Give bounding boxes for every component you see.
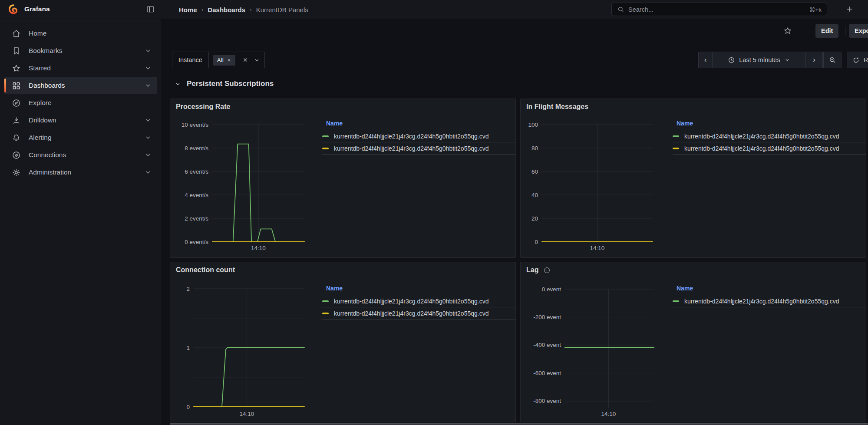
instance-filter: Instance All xyxy=(172,52,265,68)
search-shortcut: ⌘+k xyxy=(809,6,822,13)
legend: Name kurrentdb-d24f4hljjcle21j4r3cg.d24f… xyxy=(673,285,866,307)
svg-text:-200 event: -200 event xyxy=(533,314,561,320)
time-series-chart[interactable]: 10080604020014:10 xyxy=(526,116,656,255)
remove-value-icon[interactable] xyxy=(227,58,231,63)
bookmark-icon xyxy=(12,46,21,56)
sidebar-item-drilldown[interactable]: Drilldown xyxy=(4,112,157,129)
panel-title: Processing Rate xyxy=(176,103,230,111)
series-color-swatch xyxy=(673,300,679,302)
chevron-down-icon xyxy=(175,81,181,87)
chevron-down-icon xyxy=(145,169,152,176)
series-name: kurrentdb-d24f4hljjcle21j4r3cg.d24f4h5g0… xyxy=(684,133,839,140)
sidebar-item-starred[interactable]: Starred xyxy=(4,59,157,77)
search-input[interactable]: Search... ⌘+k xyxy=(611,3,827,16)
svg-text:100: 100 xyxy=(528,122,538,128)
grafana-logo[interactable] xyxy=(8,4,19,15)
panel-header[interactable]: Connection count xyxy=(176,266,235,274)
svg-text:-800 event: -800 event xyxy=(533,398,561,404)
legend-item[interactable]: kurrentdb-d24f4hljjcle21j4r3cg.d24f4h5g0… xyxy=(673,142,866,154)
dock-sidebar-icon[interactable] xyxy=(146,5,155,14)
filter-value-chip[interactable]: All xyxy=(213,55,235,66)
filter-dropdown-icon[interactable] xyxy=(254,57,260,63)
time-series-chart[interactable]: 10 event/s8 event/s6 event/s4 event/s2 e… xyxy=(175,116,306,255)
sidebar-item-dashboards[interactable]: Dashboards xyxy=(4,77,157,94)
series-color-swatch xyxy=(322,135,329,137)
sidebar-item-bookmarks[interactable]: Bookmarks xyxy=(4,42,157,59)
sidebar-item-label: Explore xyxy=(29,99,52,107)
legend: Name kurrentdb-d24f4hljjcle21j4r3cg.d24f… xyxy=(673,120,866,155)
sidebar-item-alerting[interactable]: Alerting xyxy=(4,129,157,146)
brand-title: Grafana xyxy=(24,5,50,13)
legend-item[interactable]: kurrentdb-d24f4hljjcle21j4r3cg.d24f4h5g0… xyxy=(673,295,866,307)
breadcrumb: Home›Dashboards›KurrentDB Panels xyxy=(179,0,308,19)
horizontal-scroll-indicator[interactable] xyxy=(170,423,868,425)
chevron-down-icon xyxy=(145,117,152,124)
plug-icon xyxy=(12,151,21,160)
panel-processing-rate: Processing Rate 10 event/s8 event/s6 eve… xyxy=(170,99,516,258)
zoom-out-button[interactable] xyxy=(823,52,842,68)
panel-title: In Flight Messages xyxy=(526,103,588,111)
drilldown-icon xyxy=(12,116,21,125)
series-color-swatch xyxy=(322,300,329,302)
add-icon[interactable] xyxy=(845,5,854,13)
clear-filter-icon[interactable] xyxy=(242,57,248,63)
svg-text:0 event/s: 0 event/s xyxy=(185,239,208,245)
apps-icon xyxy=(12,81,21,90)
legend-name-header[interactable]: Name xyxy=(673,285,866,295)
svg-text:6 event/s: 6 event/s xyxy=(185,168,208,175)
svg-text:0 event: 0 event xyxy=(542,286,561,293)
star-icon xyxy=(12,64,21,73)
time-series-chart[interactable]: 0 event-200 event-400 event-600 event-80… xyxy=(526,280,656,422)
refresh-button[interactable]: Refresh xyxy=(847,52,868,68)
legend: Name kurrentdb-d24f4hljjcle21j4r3cg.d24f… xyxy=(322,120,516,155)
legend-item[interactable]: kurrentdb-d24f4hljjcle21j4r3cg.d24f4h5g0… xyxy=(322,130,516,142)
sidebar-item-label: Connections xyxy=(29,151,66,159)
time-range-forward-button[interactable]: › xyxy=(805,52,823,68)
series-name: kurrentdb-d24f4hljjcle21j4r3cg.d24f4h5g0… xyxy=(334,133,488,140)
chart-svg: 10080604020014:10 xyxy=(526,116,656,255)
panel-header[interactable]: Lag xyxy=(526,266,551,274)
time-series-chart[interactable]: 21014:10 xyxy=(175,280,306,422)
legend-name-header[interactable]: Name xyxy=(673,120,866,130)
star-dashboard-icon[interactable] xyxy=(783,26,792,35)
sidebar-item-connections[interactable]: Connections xyxy=(4,146,157,164)
panel-header[interactable]: In Flight Messages xyxy=(526,103,588,111)
time-range-back-button[interactable]: ‹ xyxy=(698,52,713,68)
toolbar-divider xyxy=(804,26,804,36)
svg-text:14:10: 14:10 xyxy=(251,245,266,251)
series-name: kurrentdb-d24f4hljjcle21j4r3cg.d24f4h5g0… xyxy=(334,298,488,305)
legend-item[interactable]: kurrentdb-d24f4hljjcle21j4r3cg.d24f4h5g0… xyxy=(673,130,866,142)
legend-item[interactable]: kurrentdb-d24f4hljjcle21j4r3cg.d24f4h5g0… xyxy=(322,307,516,319)
svg-text:60: 60 xyxy=(531,168,538,175)
svg-text:2 event/s: 2 event/s xyxy=(185,215,208,222)
panel-header[interactable]: Processing Rate xyxy=(176,103,230,111)
svg-text:14:10: 14:10 xyxy=(601,411,616,417)
sidebar-item-home[interactable]: Home xyxy=(4,25,157,42)
compass-icon xyxy=(12,99,21,108)
refresh-label: Refresh xyxy=(864,56,868,63)
svg-text:4 event/s: 4 event/s xyxy=(185,192,208,198)
sidebar-item-administration[interactable]: Administration xyxy=(4,164,157,181)
sidebar-item-explore[interactable]: Explore xyxy=(4,94,157,112)
panel-in-flight-messages: In Flight Messages 10080604020014:10 Nam… xyxy=(520,99,866,258)
svg-text:1: 1 xyxy=(186,345,190,351)
svg-text:20: 20 xyxy=(531,215,538,222)
legend-name-header[interactable]: Name xyxy=(322,120,516,130)
time-range-picker[interactable]: Last 5 minutes xyxy=(712,52,806,68)
row-persistent-subscriptions[interactable]: Persistent Subscriptions xyxy=(175,79,274,88)
legend-item[interactable]: kurrentdb-d24f4hljjcle21j4r3cg.d24f4h5g0… xyxy=(322,142,516,154)
edit-button[interactable]: Edit xyxy=(815,24,838,38)
info-icon[interactable] xyxy=(543,267,551,274)
panel-title: Connection count xyxy=(176,266,235,274)
breadcrumb-dashboards[interactable]: Dashboards xyxy=(208,6,245,13)
export-button[interactable]: Export xyxy=(849,24,868,38)
series-name: kurrentdb-d24f4hljjcle21j4r3cg.d24f4h5g0… xyxy=(684,298,839,305)
svg-text:2: 2 xyxy=(186,286,190,292)
filter-name-label[interactable]: Instance xyxy=(172,52,209,68)
chevron-down-icon xyxy=(145,47,152,54)
svg-text:40: 40 xyxy=(531,192,538,198)
breadcrumb-home[interactable]: Home xyxy=(179,6,197,13)
series-color-swatch xyxy=(673,135,679,137)
legend-item[interactable]: kurrentdb-d24f4hljjcle21j4r3cg.d24f4h5g0… xyxy=(322,295,516,307)
legend-name-header[interactable]: Name xyxy=(322,285,516,295)
